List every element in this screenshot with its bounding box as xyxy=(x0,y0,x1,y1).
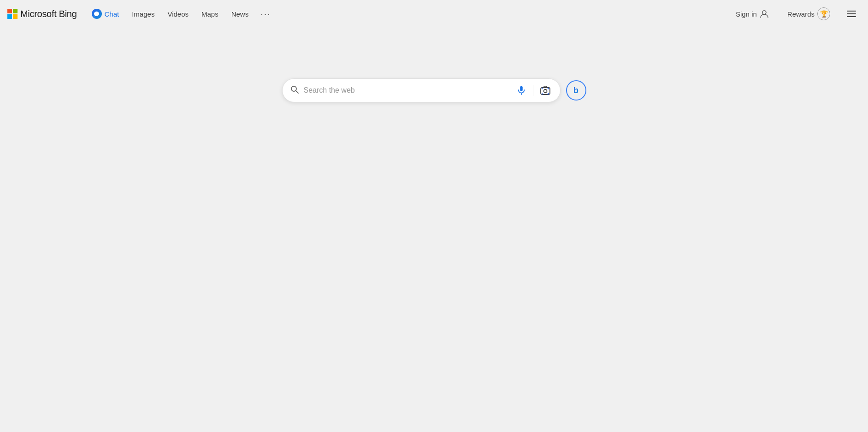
microsoft-logo-icon xyxy=(7,9,18,19)
nav-news-label: News xyxy=(231,10,249,18)
sign-in-button[interactable]: Sign in xyxy=(729,6,775,21)
logo-area[interactable]: Microsoft Bing xyxy=(7,9,77,19)
bing-chat-button[interactable]: b xyxy=(566,80,586,101)
bing-b-icon: b xyxy=(573,86,579,95)
svg-point-1 xyxy=(291,86,296,91)
chat-nav-icon xyxy=(92,9,102,19)
main-nav: Chat Images Videos Maps News ··· xyxy=(86,5,729,23)
search-right-icons xyxy=(514,83,553,98)
svg-rect-2 xyxy=(520,86,523,91)
nav-item-videos[interactable]: Videos xyxy=(162,6,194,22)
svg-point-0 xyxy=(762,11,766,14)
rewards-button[interactable]: Rewards 🏆 xyxy=(781,5,837,23)
nav-chat-label: Chat xyxy=(105,10,119,18)
nav-item-chat[interactable]: Chat xyxy=(86,5,125,23)
search-box xyxy=(282,78,561,102)
nav-item-news[interactable]: News xyxy=(226,6,254,22)
person-icon xyxy=(760,9,769,18)
search-divider xyxy=(533,85,533,96)
nav-item-maps[interactable]: Maps xyxy=(196,6,224,22)
search-icon xyxy=(290,85,299,96)
hamburger-line-2 xyxy=(847,13,856,14)
trophy-icon: 🏆 xyxy=(817,7,830,20)
svg-point-5 xyxy=(543,89,547,93)
hamburger-line-3 xyxy=(847,16,856,17)
logo-text: Microsoft Bing xyxy=(20,9,77,19)
sign-in-label: Sign in xyxy=(736,10,757,18)
microphone-icon xyxy=(516,85,526,95)
nav-videos-label: Videos xyxy=(167,10,189,18)
nav-maps-label: Maps xyxy=(201,10,218,18)
main-content: b xyxy=(0,28,868,102)
nav-more-button[interactable]: ··· xyxy=(256,5,276,23)
hamburger-menu-button[interactable] xyxy=(842,7,861,21)
hamburger-line-1 xyxy=(847,11,856,12)
header: Microsoft Bing Chat Images Videos Maps N… xyxy=(0,0,868,28)
rewards-label: Rewards xyxy=(787,10,815,18)
nav-images-label: Images xyxy=(132,10,154,18)
visual-search-button[interactable] xyxy=(538,83,553,98)
search-input[interactable] xyxy=(304,86,514,95)
nav-more-label: ··· xyxy=(260,9,271,19)
nav-item-images[interactable]: Images xyxy=(126,6,160,22)
search-container: b xyxy=(282,78,586,102)
camera-icon xyxy=(540,85,551,96)
header-right: Sign in Rewards 🏆 xyxy=(729,5,861,23)
microphone-button[interactable] xyxy=(514,83,528,97)
